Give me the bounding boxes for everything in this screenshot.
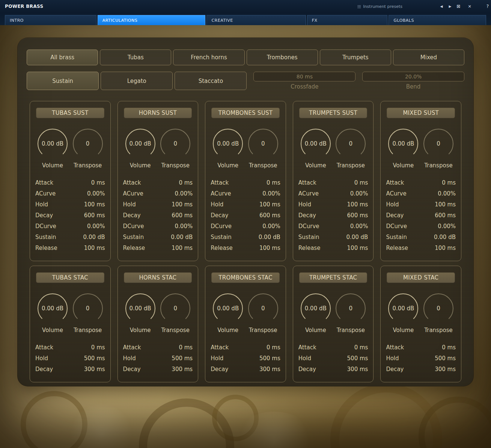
param-row-attack[interactable]: Attack0 ms bbox=[211, 177, 280, 188]
param-row-hold[interactable]: Hold100 ms bbox=[35, 199, 105, 210]
articulation-button-sustain[interactable]: Sustain bbox=[27, 72, 99, 90]
instrument-button-mixed[interactable]: Mixed bbox=[393, 50, 464, 65]
param-row-attack[interactable]: Attack0 ms bbox=[298, 342, 368, 353]
transpose-knob[interactable]: 0Transpose bbox=[334, 292, 367, 334]
volume-knob[interactable]: 0.00 dBVolume bbox=[299, 292, 332, 334]
volume-knob[interactable]: 0.00 dBVolume bbox=[387, 292, 420, 334]
articulation-button-staccato[interactable]: Staccato bbox=[175, 72, 247, 90]
crossfade-slider[interactable]: 80 ms bbox=[253, 72, 355, 81]
param-value: 0.00% bbox=[350, 223, 368, 230]
tab-bar: INTROARTICULATIONSCREATIVEFXGLOBALS bbox=[0, 13, 491, 25]
window-icon[interactable]: ⊠ bbox=[456, 4, 460, 9]
param-row-decay[interactable]: Decay300 ms bbox=[35, 364, 105, 374]
articulation-button-legato[interactable]: Legato bbox=[101, 72, 173, 90]
param-row-sustain[interactable]: Sustain0.00 dB bbox=[123, 232, 193, 242]
volume-knob[interactable]: 0.00 dBVolume bbox=[299, 128, 332, 169]
param-row-acurve[interactable]: ACurve0.00% bbox=[211, 188, 280, 199]
param-row-decay[interactable]: Decay600 ms bbox=[298, 210, 368, 221]
param-row-dcurve[interactable]: DCurve0.00% bbox=[298, 221, 368, 232]
param-row-decay[interactable]: Decay300 ms bbox=[211, 364, 280, 374]
transpose-knob[interactable]: 0Transpose bbox=[159, 292, 192, 334]
param-row-acurve[interactable]: ACurve0.00% bbox=[386, 188, 456, 199]
param-row-attack[interactable]: Attack0 ms bbox=[35, 342, 105, 353]
param-row-decay[interactable]: Decay300 ms bbox=[123, 364, 193, 374]
param-row-hold[interactable]: Hold500 ms bbox=[35, 353, 105, 364]
tab-creative[interactable]: CREATIVE bbox=[206, 15, 306, 25]
param-row-attack[interactable]: Attack0 ms bbox=[298, 177, 368, 188]
param-row-attack[interactable]: Attack0 ms bbox=[123, 342, 193, 353]
param-row-hold[interactable]: Hold500 ms bbox=[123, 353, 193, 364]
close-icon[interactable]: ✕ bbox=[468, 5, 471, 9]
param-row-acurve[interactable]: ACurve0.00% bbox=[35, 188, 105, 199]
param-row-release[interactable]: Release100 ms bbox=[211, 242, 280, 253]
tab-globals[interactable]: GLOBALS bbox=[389, 15, 486, 25]
param-row-decay[interactable]: Decay600 ms bbox=[123, 210, 193, 221]
param-row-decay[interactable]: Decay600 ms bbox=[35, 210, 105, 221]
instrument-button-all-brass[interactable]: All brass bbox=[27, 50, 98, 65]
next-preset-icon[interactable]: ▶ bbox=[449, 5, 451, 8]
param-name: Hold bbox=[211, 201, 223, 208]
param-row-hold[interactable]: Hold500 ms bbox=[386, 353, 456, 364]
param-row-attack[interactable]: Attack0 ms bbox=[386, 342, 456, 353]
volume-knob[interactable]: 0.00 dBVolume bbox=[211, 128, 244, 169]
transpose-knob[interactable]: 0Transpose bbox=[422, 292, 455, 334]
knob-value: 0.00 dB bbox=[212, 128, 244, 160]
volume-knob[interactable]: 0.00 dBVolume bbox=[36, 292, 69, 334]
param-row-hold[interactable]: Hold100 ms bbox=[211, 199, 280, 210]
param-row-decay[interactable]: Decay300 ms bbox=[386, 364, 456, 374]
param-row-dcurve[interactable]: DCurve0.00% bbox=[35, 221, 105, 232]
param-row-release[interactable]: Release100 ms bbox=[123, 242, 193, 253]
volume-knob[interactable]: 0.00 dBVolume bbox=[36, 128, 69, 169]
tab-articulations[interactable]: ARTICULATIONS bbox=[98, 15, 206, 25]
card-title: TRUMPETS SUST bbox=[299, 108, 367, 118]
transpose-knob[interactable]: 0Transpose bbox=[71, 128, 104, 169]
transpose-knob[interactable]: 0Transpose bbox=[71, 292, 104, 334]
param-row-dcurve[interactable]: DCurve0.00% bbox=[386, 221, 456, 232]
transpose-knob[interactable]: 0Transpose bbox=[247, 292, 280, 334]
transpose-knob[interactable]: 0Transpose bbox=[422, 128, 455, 169]
instrument-button-french-horns[interactable]: French horns bbox=[173, 50, 244, 65]
param-list: Attack0 msACurve0.00%Hold100 msDecay600 … bbox=[35, 177, 105, 253]
bend-slider[interactable]: 20.0% bbox=[362, 72, 464, 81]
param-row-sustain[interactable]: Sustain0.00 dB bbox=[211, 232, 280, 242]
param-row-release[interactable]: Release100 ms bbox=[35, 242, 105, 253]
instrument-button-trumpets[interactable]: Trumpets bbox=[320, 50, 391, 65]
param-row-dcurve[interactable]: DCurve0.00% bbox=[211, 221, 280, 232]
param-row-attack[interactable]: Attack0 ms bbox=[123, 177, 193, 188]
previous-preset-icon[interactable]: ◀ bbox=[440, 5, 443, 8]
volume-knob[interactable]: 0.00 dBVolume bbox=[211, 292, 244, 334]
param-row-attack[interactable]: Attack0 ms bbox=[386, 177, 456, 188]
volume-knob[interactable]: 0.00 dBVolume bbox=[387, 128, 420, 169]
param-row-sustain[interactable]: Sustain0.00 dB bbox=[35, 232, 105, 242]
volume-knob[interactable]: 0.00 dBVolume bbox=[124, 292, 157, 334]
param-row-hold[interactable]: Hold100 ms bbox=[123, 199, 193, 210]
tab-fx[interactable]: FX bbox=[307, 15, 388, 25]
param-row-release[interactable]: Release100 ms bbox=[386, 242, 456, 253]
param-row-decay[interactable]: Decay300 ms bbox=[298, 364, 368, 374]
instrument-button-tubas[interactable]: Tubas bbox=[100, 50, 171, 65]
param-row-attack[interactable]: Attack0 ms bbox=[35, 177, 105, 188]
param-row-dcurve[interactable]: DCurve0.00% bbox=[123, 221, 193, 232]
transpose-knob[interactable]: 0Transpose bbox=[159, 128, 192, 169]
instrument-presets-button[interactable]: Instrument presets bbox=[357, 0, 402, 13]
param-row-attack[interactable]: Attack0 ms bbox=[211, 342, 280, 353]
titlebar-icons: ◀ ▶ ⊠ ✕ ? bbox=[440, 0, 489, 13]
param-row-hold[interactable]: Hold100 ms bbox=[298, 199, 368, 210]
transpose-knob[interactable]: 0Transpose bbox=[247, 128, 280, 169]
transpose-knob[interactable]: 0Transpose bbox=[334, 128, 367, 169]
param-row-decay[interactable]: Decay600 ms bbox=[211, 210, 280, 221]
param-row-hold[interactable]: Hold100 ms bbox=[386, 199, 456, 210]
knob-value: 0 bbox=[422, 292, 455, 325]
param-row-decay[interactable]: Decay600 ms bbox=[386, 210, 456, 221]
param-row-sustain[interactable]: Sustain0.00 dB bbox=[386, 232, 456, 242]
param-row-acurve[interactable]: ACurve0.00% bbox=[298, 188, 368, 199]
help-icon[interactable]: ? bbox=[486, 4, 489, 9]
volume-knob[interactable]: 0.00 dBVolume bbox=[124, 128, 157, 169]
param-row-release[interactable]: Release100 ms bbox=[298, 242, 368, 253]
param-row-hold[interactable]: Hold500 ms bbox=[211, 353, 280, 364]
tab-intro[interactable]: INTRO bbox=[5, 15, 96, 25]
param-row-sustain[interactable]: Sustain0.00 dB bbox=[298, 232, 368, 242]
instrument-button-trombones[interactable]: Trombones bbox=[247, 50, 318, 65]
param-row-hold[interactable]: Hold500 ms bbox=[298, 353, 368, 364]
param-row-acurve[interactable]: ACurve0.00% bbox=[123, 188, 193, 199]
